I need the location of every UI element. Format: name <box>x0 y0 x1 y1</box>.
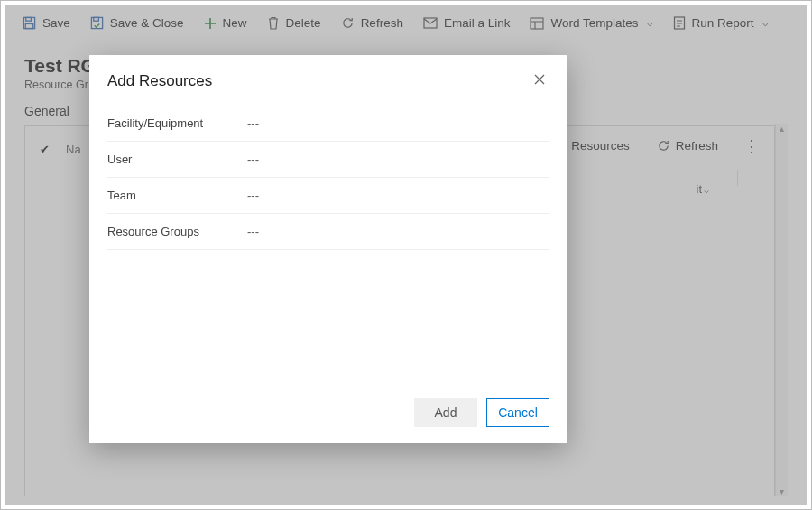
close-icon <box>533 73 546 86</box>
field-label: Team <box>107 189 247 202</box>
dialog-title: Add Resources <box>107 72 212 90</box>
field-value: --- <box>247 153 259 166</box>
close-button[interactable] <box>530 70 549 93</box>
field-label: Resource Groups <box>107 225 247 238</box>
field-facility-equipment[interactable]: Facility/Equipment --- <box>107 106 549 142</box>
field-value: --- <box>247 189 259 202</box>
field-resource-groups[interactable]: Resource Groups --- <box>107 214 549 250</box>
field-label: User <box>107 153 247 166</box>
field-label: Facility/Equipment <box>107 116 247 130</box>
add-button[interactable]: Add <box>414 398 477 427</box>
add-resources-dialog: Add Resources Facility/Equipment --- Use… <box>89 55 567 443</box>
field-team[interactable]: Team --- <box>107 178 549 214</box>
field-value: --- <box>247 225 259 238</box>
field-value: --- <box>247 116 259 130</box>
cancel-button[interactable]: Cancel <box>486 398 549 427</box>
field-user[interactable]: User --- <box>107 142 549 178</box>
